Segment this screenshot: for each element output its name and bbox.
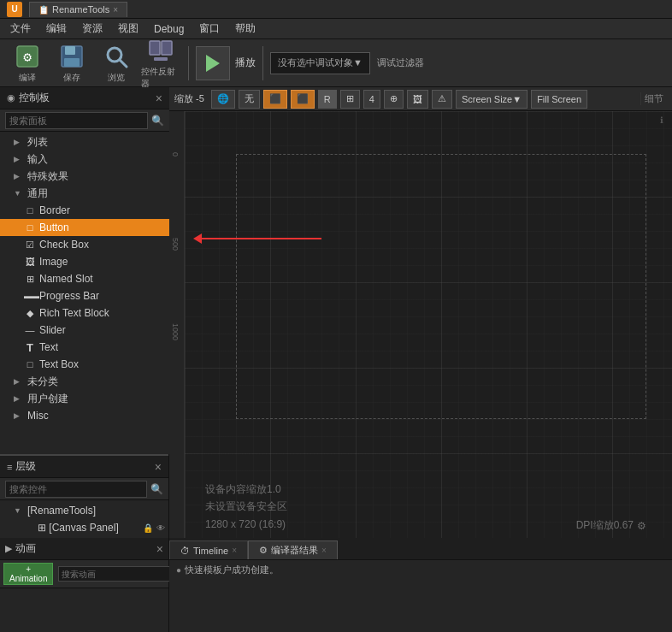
section-user-created[interactable]: ▶ 用户创建: [0, 390, 169, 407]
item-border[interactable]: □ Border: [0, 202, 169, 219]
item-rich-text[interactable]: ◆ Rich Text Block: [0, 304, 169, 322]
animation-add-button[interactable]: + Animation: [3, 563, 53, 585]
save-button[interactable]: 保存: [51, 43, 92, 84]
compile-icon: ⚙: [14, 43, 41, 70]
item-rich-text-label: Rich Text Block: [39, 307, 109, 319]
menu-help[interactable]: 帮助: [228, 20, 262, 38]
screen-size-btn[interactable]: Screen Size▼: [456, 90, 528, 109]
section-list[interactable]: ▶ 列表: [0, 133, 169, 151]
hierarchy-tree: ▼ [RenameTools] ⊞ [Canvas Panel] 🔒 👁: [0, 500, 168, 538]
hierarchy-search-input[interactable]: [5, 481, 147, 498]
named-slot-icon: ⊞: [24, 274, 36, 285]
hierarchy-item-renametools[interactable]: ▼ [RenameTools]: [0, 502, 168, 519]
bottom-content: ● 快速模板户成功创建。: [169, 560, 672, 632]
r-btn[interactable]: R: [318, 90, 337, 109]
search-icon[interactable]: 🔍: [151, 115, 164, 127]
ruler-v-label-0: 0: [171, 152, 180, 157]
log-list: ● 快速模板户成功创建。: [176, 564, 665, 576]
common-arrow-icon: ▼: [14, 189, 24, 198]
tab-close-icon[interactable]: ×: [113, 5, 118, 15]
item-slider[interactable]: — Slider: [0, 322, 169, 339]
menu-edit[interactable]: 编辑: [39, 20, 74, 38]
hierarchy-item-canvas[interactable]: ⊞ [Canvas Panel] 🔒 👁: [0, 519, 168, 536]
control-panel-title: 控制板: [19, 91, 50, 105]
user-created-arrow-icon: ▶: [14, 394, 24, 403]
image-btn[interactable]: 🖼: [407, 90, 428, 109]
menu-window[interactable]: 窗口: [192, 20, 227, 38]
tab-compiler[interactable]: ⚙ 编译器结果 ×: [248, 540, 338, 559]
uncategorized-arrow-icon: ▶: [14, 377, 24, 386]
anim-close-icon[interactable]: ×: [156, 542, 163, 556]
menu-resource[interactable]: 资源: [75, 20, 109, 38]
section-common-label: 通用: [27, 186, 48, 201]
hierarchy-panel-header: ≡ 层级 ×: [0, 456, 168, 478]
play-button[interactable]: [196, 46, 230, 80]
section-uncategorized-label: 未分类: [27, 375, 58, 389]
item-slider-label: Slider: [39, 324, 66, 336]
animation-panel-header: ▶ 动画 ×: [0, 538, 168, 560]
four-btn[interactable]: 4: [363, 90, 380, 109]
fill-screen-btn[interactable]: Fill Screen: [531, 90, 587, 109]
grid-btn[interactable]: ⊞: [340, 90, 360, 109]
item-text-label: Text: [39, 341, 58, 353]
zoom-control: 缩放 -5: [174, 92, 204, 105]
compiler-label: 编译器结果: [271, 544, 318, 557]
browse-button[interactable]: 浏览: [96, 43, 137, 84]
section-special[interactable]: ▶ 特殊效果: [0, 168, 169, 185]
item-text[interactable]: T Text: [0, 339, 169, 356]
menu-debug[interactable]: Debug: [147, 21, 191, 37]
target-btn[interactable]: ⊕: [384, 90, 404, 109]
hierarchy-search-box: 🔍: [0, 478, 168, 500]
debug-filter-label: 调试过滤器: [377, 56, 424, 69]
section-common[interactable]: ▼ 通用: [0, 185, 169, 202]
canvas-toolbar: 缩放 -5 🌐 无 ⬛ ⬛ R ⊞ 4 ⊕ 🖼 ⚠: [169, 87, 672, 111]
compile-label: 编译: [19, 72, 36, 84]
menu-view[interactable]: 视图: [111, 20, 145, 38]
compile-button[interactable]: ⚙ 编译: [7, 43, 48, 84]
item-text-box[interactable]: □ Text Box: [0, 356, 169, 373]
image-icon: 🖼: [24, 257, 36, 267]
main-tab[interactable]: 📋 RenameTools ×: [29, 2, 127, 17]
item-border-label: Border: [39, 204, 70, 216]
globe-btn[interactable]: 🌐: [211, 90, 235, 109]
orange-box-1-btn[interactable]: ⬛: [263, 90, 287, 109]
none-btn[interactable]: 无: [239, 90, 260, 109]
control-panel-header: ◉ 控制板 ×: [0, 87, 169, 109]
reflect-button[interactable]: 控件反射器: [140, 43, 181, 84]
item-progress-bar[interactable]: ▬▬ Progress Bar: [0, 287, 169, 304]
control-panel-search-input[interactable]: [5, 112, 148, 129]
canvas-num-overlay: ℹ: [660, 115, 663, 125]
tab-timeline[interactable]: ⏱ Timeline ×: [169, 540, 248, 559]
debug-dropdown[interactable]: 没有选中调试对象▼: [270, 52, 370, 74]
toolbar: ⚙ 编译 保存 浏览: [0, 39, 672, 87]
renametools-arrow-icon: ▼: [14, 506, 24, 515]
bottom-right: ⏱ Timeline × ⚙ 编译器结果 × ● 快速模板户成功创建。: [169, 538, 672, 632]
button-icon: □: [24, 222, 36, 233]
orange-box-2-btn[interactable]: ⬛: [291, 90, 315, 109]
hierarchy-close-icon[interactable]: ×: [155, 460, 162, 474]
item-named-slot[interactable]: ⊞ Named Slot: [0, 270, 169, 287]
anim-search-input[interactable]: [58, 566, 174, 582]
item-text-box-label: Text Box: [39, 358, 79, 370]
tab-label: RenameTools: [52, 4, 109, 15]
checkbox-icon: ☑: [24, 239, 36, 251]
warning-btn[interactable]: ⚠: [432, 90, 452, 109]
hierarchy-search-icon[interactable]: 🔍: [150, 483, 163, 495]
timeline-close-icon[interactable]: ×: [232, 546, 237, 555]
detail-hint: 细节: [640, 92, 667, 105]
red-arrow: [193, 233, 321, 244]
section-uncategorized[interactable]: ▶ 未分类: [0, 373, 169, 390]
section-special-label: 特殊效果: [27, 169, 68, 184]
control-panel-close-icon[interactable]: ×: [156, 92, 162, 105]
section-input[interactable]: ▶ 输入: [0, 151, 169, 168]
compiler-close-icon[interactable]: ×: [321, 546, 327, 555]
section-misc[interactable]: ▶ Misc: [0, 407, 169, 424]
svg-line-6: [120, 60, 127, 67]
rich-text-icon: ◆: [24, 308, 36, 319]
item-checkbox[interactable]: ☑ Check Box: [0, 236, 169, 253]
canvas-body[interactable]: 0 500 1000 1500 0 500 1000: [169, 111, 672, 538]
menu-file[interactable]: 文件: [3, 20, 38, 38]
item-image[interactable]: 🖼 Image: [0, 253, 169, 270]
item-button[interactable]: □ Button: [0, 219, 169, 236]
section-misc-label: Misc: [27, 410, 49, 422]
